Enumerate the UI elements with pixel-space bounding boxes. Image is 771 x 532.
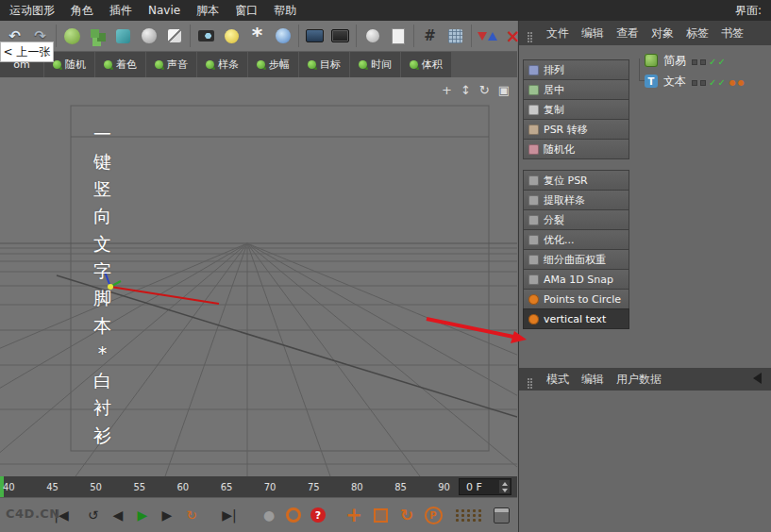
- attr-menu-edit[interactable]: 编辑: [581, 372, 604, 388]
- toolbar-separator: [471, 25, 472, 47]
- help-button[interactable]: ?: [306, 503, 330, 527]
- effector-icon: [359, 60, 367, 69]
- effector-icon: [308, 60, 316, 69]
- command-extract-spline[interactable]: 提取样条: [523, 190, 629, 210]
- menu-window[interactable]: 窗口: [235, 3, 258, 19]
- om-menu-object[interactable]: 对象: [651, 25, 674, 42]
- pan-view-icon[interactable]: +: [442, 83, 452, 97]
- sphere-icon[interactable]: [137, 24, 160, 48]
- document-icon[interactable]: [386, 24, 410, 48]
- frame-spinner[interactable]: [499, 480, 510, 493]
- record-button[interactable]: ●: [257, 503, 281, 527]
- om-menu-bookmarks[interactable]: 书签: [721, 25, 744, 42]
- effector-icon: [104, 60, 112, 69]
- render-view-icon[interactable]: [303, 24, 327, 48]
- command-reset-psr[interactable]: 复位 PSR: [523, 170, 629, 191]
- attr-menu-userdata[interactable]: 用户数据: [616, 372, 662, 388]
- transfer-arrows-icon[interactable]: [476, 24, 499, 48]
- panel-grip-icon[interactable]: [528, 32, 529, 34]
- rotate-view-icon[interactable]: ↻: [479, 83, 490, 97]
- enable-check-icon[interactable]: ✓✓: [709, 77, 727, 88]
- workplane-icon[interactable]: [444, 24, 467, 48]
- frame-number-field[interactable]: 0 F: [459, 478, 511, 495]
- tab-target[interactable]: 目标: [299, 52, 350, 77]
- right-panel: 文件 编辑 查看 对象 标签 书签 简易 T 文本 ✓✓ ✓✓ ●●: [518, 21, 771, 532]
- menu-help[interactable]: 帮助: [274, 3, 296, 19]
- menu-navie[interactable]: Navie: [148, 4, 180, 17]
- spline-pen-icon[interactable]: [162, 24, 186, 48]
- command-sds-weight[interactable]: 细分曲面权重: [523, 249, 629, 270]
- tab-spline[interactable]: 样条: [197, 52, 248, 77]
- command-ama-1d-snap[interactable]: AMa 1D Snap: [523, 269, 629, 290]
- effector-icon: [206, 60, 214, 69]
- enable-check-icon[interactable]: ✓✓: [709, 57, 727, 67]
- autokey-button[interactable]: [281, 503, 306, 527]
- snap-icon[interactable]: #: [418, 24, 442, 48]
- layout-panel-button[interactable]: [489, 503, 513, 527]
- command-randomize[interactable]: 随机化: [523, 139, 629, 159]
- previous-image-button[interactable]: < 上一张: [0, 42, 54, 62]
- scale-tool-button[interactable]: [368, 503, 393, 527]
- tab-sound[interactable]: 声音: [146, 52, 197, 77]
- zoom-view-icon[interactable]: ↕: [461, 83, 471, 97]
- dots-grid-button[interactable]: [451, 503, 485, 527]
- command-split[interactable]: 分裂: [523, 209, 629, 230]
- menu-plugins[interactable]: 插件: [109, 3, 132, 19]
- attr-menu-mode[interactable]: 模式: [546, 372, 569, 388]
- command-optimize[interactable]: 优化...: [523, 229, 629, 250]
- spinner-up-icon[interactable]: [502, 482, 508, 486]
- command-points-to-circle[interactable]: Points to Circle: [523, 289, 629, 309]
- toolbar-separator: [356, 25, 357, 47]
- visibility-dots-icon[interactable]: ●●: [729, 78, 746, 87]
- rotate-tool-button[interactable]: ↻: [394, 503, 419, 527]
- play-button[interactable]: ▶: [130, 503, 155, 527]
- tab-step[interactable]: 步幅: [248, 52, 299, 77]
- go-to-end-button[interactable]: ▶|: [217, 503, 242, 527]
- command-center[interactable]: 居中: [523, 79, 629, 100]
- collapse-arrow-icon[interactable]: [753, 373, 762, 384]
- viewport[interactable]: 一 键 竖 向 文 字 脚 本 * 白 衬 衫 + ↕ ↻ ▣: [0, 77, 517, 476]
- material-icon[interactable]: [360, 24, 384, 48]
- om-menu-tags[interactable]: 标签: [686, 25, 709, 42]
- move-tool-button[interactable]: +: [342, 503, 366, 527]
- effects-star-icon[interactable]: *: [245, 24, 269, 48]
- om-menu-edit[interactable]: 编辑: [581, 25, 604, 42]
- model-sphere-icon[interactable]: [60, 24, 84, 48]
- visibility-toggle[interactable]: [700, 80, 706, 86]
- sky-icon[interactable]: [271, 24, 294, 48]
- visibility-toggle[interactable]: [700, 59, 706, 65]
- previous-key-button[interactable]: ◀: [106, 503, 130, 527]
- maximize-view-icon[interactable]: ▣: [498, 83, 510, 97]
- menu-character[interactable]: 角色: [71, 3, 93, 19]
- visibility-toggle[interactable]: [692, 59, 697, 65]
- om-menu-view[interactable]: 查看: [616, 25, 639, 42]
- timeline-ruler[interactable]: 40 45 50 55 60 65 70 75 80 85 90 0 F: [0, 476, 517, 497]
- command-arrange[interactable]: 排列: [523, 59, 629, 80]
- coordinates-button[interactable]: P: [421, 503, 445, 527]
- array-cubes-icon[interactable]: [86, 24, 109, 48]
- command-vertical-text[interactable]: vertical text: [523, 308, 629, 329]
- object-row-text[interactable]: T 文本: [645, 72, 686, 91]
- command-duplicate[interactable]: 复制: [523, 99, 629, 120]
- menu-script[interactable]: 脚本: [196, 3, 219, 19]
- loop-button[interactable]: ↻: [81, 503, 106, 527]
- camera-icon[interactable]: [194, 24, 218, 48]
- vertical-text-char: 衬: [93, 398, 111, 417]
- tab-time[interactable]: 时间: [350, 52, 401, 77]
- om-menu-file[interactable]: 文件: [546, 25, 569, 42]
- next-key-button[interactable]: ▶: [155, 503, 179, 527]
- interface-menu[interactable]: 界面:: [735, 3, 762, 19]
- tab-shader[interactable]: 着色: [95, 52, 146, 77]
- render-settings-icon[interactable]: [328, 24, 352, 48]
- panel-grip-icon[interactable]: [528, 378, 529, 380]
- light-icon[interactable]: [220, 24, 243, 48]
- tab-volume[interactable]: 体积: [401, 52, 452, 77]
- menu-mograph[interactable]: 运动图形: [9, 3, 55, 19]
- command-psr-transfer[interactable]: PSR 转移: [523, 119, 629, 140]
- object-row-plain[interactable]: 简易: [645, 51, 686, 70]
- spinner-down-icon[interactable]: [502, 489, 508, 492]
- cycle-button[interactable]: ↻: [179, 503, 204, 527]
- cube-icon[interactable]: [111, 24, 135, 48]
- visibility-toggle[interactable]: [692, 80, 697, 86]
- tick-label: 75: [308, 482, 320, 492]
